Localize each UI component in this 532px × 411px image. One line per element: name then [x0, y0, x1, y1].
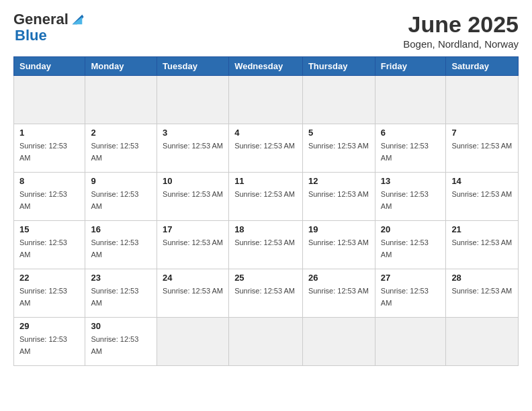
- table-row: 19Sunrise: 12:53 AM: [302, 221, 375, 269]
- table-row: 28Sunrise: 12:53 AM: [446, 269, 519, 318]
- table-row: 8Sunrise: 12:53 AM: [14, 173, 85, 221]
- table-row: [446, 76, 519, 124]
- table-row: 13Sunrise: 12:53 AM: [375, 173, 446, 221]
- day-number: 18: [234, 224, 297, 234]
- table-row: [302, 76, 375, 124]
- location: Bogen, Nordland, Norway: [403, 38, 519, 50]
- table-row: [229, 318, 303, 366]
- col-thursday: Thursday: [302, 57, 375, 76]
- sunrise-text: Sunrise: 12:53 AM: [19, 142, 67, 162]
- table-row: 9Sunrise: 12:53 AM: [85, 173, 157, 221]
- day-number: 13: [381, 176, 441, 186]
- sunrise-text: Sunrise: 12:53 AM: [163, 238, 223, 246]
- table-row: 12Sunrise: 12:53 AM: [302, 173, 375, 221]
- calendar-header-row: Sunday Monday Tuesday Wednesday Thursday…: [14, 57, 519, 76]
- table-row: [85, 76, 157, 124]
- table-row: 17Sunrise: 12:53 AM: [157, 221, 229, 269]
- sunrise-text: Sunrise: 12:53 AM: [381, 142, 429, 162]
- day-number: 20: [381, 224, 441, 234]
- day-number: 25: [234, 273, 297, 283]
- col-sunday: Sunday: [14, 57, 85, 76]
- day-number: 24: [163, 273, 223, 283]
- sunrise-text: Sunrise: 12:53 AM: [91, 142, 138, 162]
- logo-general: General: [13, 12, 69, 27]
- col-tuesday: Tuesday: [157, 57, 229, 76]
- day-number: 27: [381, 273, 441, 283]
- sunrise-text: Sunrise: 12:53 AM: [19, 238, 67, 259]
- sunrise-text: Sunrise: 12:53 AM: [91, 238, 138, 259]
- table-row: 26Sunrise: 12:53 AM: [302, 269, 375, 318]
- sunrise-text: Sunrise: 12:53 AM: [163, 190, 223, 198]
- day-number: 28: [451, 273, 513, 283]
- day-number: 26: [308, 273, 369, 283]
- day-number: 1: [19, 128, 79, 138]
- sunrise-text: Sunrise: 12:53 AM: [308, 142, 369, 150]
- day-number: 5: [308, 128, 369, 138]
- sunrise-text: Sunrise: 12:53 AM: [381, 287, 429, 307]
- day-number: 14: [451, 176, 513, 186]
- day-number: 3: [163, 128, 223, 138]
- table-row: 24Sunrise: 12:53 AM: [157, 269, 229, 318]
- sunrise-text: Sunrise: 12:53 AM: [234, 142, 295, 150]
- day-number: 11: [234, 176, 297, 186]
- col-friday: Friday: [375, 57, 446, 76]
- page: General Blue June 2025 Bogen, Nordland, …: [0, 0, 532, 411]
- table-row: [302, 318, 375, 366]
- day-number: 6: [381, 128, 441, 138]
- logo-text: General: [13, 12, 85, 27]
- table-row: 2Sunrise: 12:53 AM: [85, 124, 157, 173]
- sunrise-text: Sunrise: 12:53 AM: [381, 238, 429, 259]
- table-row: 25Sunrise: 12:53 AM: [229, 269, 303, 318]
- sunrise-text: Sunrise: 12:53 AM: [91, 287, 138, 307]
- table-row: 23Sunrise: 12:53 AM: [85, 269, 157, 318]
- table-row: 22Sunrise: 12:53 AM: [14, 269, 85, 318]
- sunrise-text: Sunrise: 12:53 AM: [91, 335, 138, 355]
- table-row: 30Sunrise: 12:53 AM: [85, 318, 157, 366]
- table-row: [14, 76, 85, 124]
- col-monday: Monday: [85, 57, 157, 76]
- day-number: 8: [19, 176, 79, 186]
- day-number: 17: [163, 224, 223, 234]
- table-row: 15Sunrise: 12:53 AM: [14, 221, 85, 269]
- table-row: [229, 76, 303, 124]
- day-number: 30: [91, 321, 151, 331]
- table-row: 7Sunrise: 12:53 AM: [446, 124, 519, 173]
- day-number: 4: [234, 128, 297, 138]
- table-row: [446, 318, 519, 366]
- table-row: [157, 76, 229, 124]
- table-row: [157, 318, 229, 366]
- sunrise-text: Sunrise: 12:53 AM: [451, 238, 512, 246]
- sunrise-text: Sunrise: 12:53 AM: [163, 142, 223, 150]
- table-row: 5Sunrise: 12:53 AM: [302, 124, 375, 173]
- table-row: 1Sunrise: 12:53 AM: [14, 124, 85, 173]
- sunrise-text: Sunrise: 12:53 AM: [381, 190, 429, 210]
- table-row: 10Sunrise: 12:53 AM: [157, 173, 229, 221]
- table-row: 18Sunrise: 12:53 AM: [229, 221, 303, 269]
- day-number: 22: [19, 273, 79, 283]
- table-row: 16Sunrise: 12:53 AM: [85, 221, 157, 269]
- table-row: 11Sunrise: 12:53 AM: [229, 173, 303, 221]
- sunrise-text: Sunrise: 12:53 AM: [91, 190, 138, 210]
- day-number: 7: [451, 128, 513, 138]
- header: General Blue June 2025 Bogen, Nordland, …: [13, 12, 519, 50]
- sunrise-text: Sunrise: 12:53 AM: [451, 142, 512, 150]
- sunrise-text: Sunrise: 12:53 AM: [234, 287, 295, 295]
- day-number: 16: [91, 224, 151, 234]
- col-saturday: Saturday: [446, 57, 519, 76]
- sunrise-text: Sunrise: 12:53 AM: [451, 287, 512, 295]
- day-number: 9: [91, 176, 151, 186]
- table-row: 20Sunrise: 12:53 AM: [375, 221, 446, 269]
- day-number: 29: [19, 321, 79, 331]
- logo-icon: [70, 12, 85, 27]
- logo-blue: Blue: [15, 27, 47, 44]
- logo: General Blue: [13, 12, 85, 44]
- sunrise-text: Sunrise: 12:53 AM: [451, 190, 512, 198]
- calendar: Sunday Monday Tuesday Wednesday Thursday…: [13, 56, 519, 366]
- sunrise-text: Sunrise: 12:53 AM: [308, 287, 369, 295]
- day-number: 10: [163, 176, 223, 186]
- day-number: 2: [91, 128, 151, 138]
- table-row: [375, 76, 446, 124]
- title-block: June 2025 Bogen, Nordland, Norway: [403, 12, 519, 50]
- table-row: 29Sunrise: 12:53 AM: [14, 318, 85, 366]
- month-year: June 2025: [403, 12, 519, 37]
